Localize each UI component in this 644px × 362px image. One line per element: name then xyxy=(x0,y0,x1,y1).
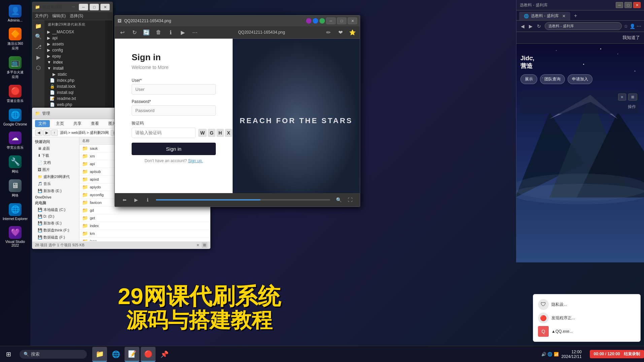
right-win-minimize[interactable]: ─ xyxy=(616,2,623,8)
vscode-folder-static[interactable]: ▶ static xyxy=(44,71,105,77)
file-sidebar-download[interactable]: ⬇ 下载 xyxy=(32,152,79,159)
nav-join-btn[interactable]: 申请加入 xyxy=(568,74,592,84)
file-nav-up[interactable]: ↑ xyxy=(51,130,58,136)
vscode-file-installlock[interactable]: 🔒 install.lock xyxy=(44,83,105,89)
vscode-minimize-btn[interactable]: ─ xyxy=(79,4,88,10)
vscode-folder-config[interactable]: ▶ config xyxy=(44,47,105,53)
vscode-folder-api[interactable]: ▶ api xyxy=(44,35,105,41)
file-item-logo[interactable]: 📁logo xyxy=(79,238,210,241)
iv-share-btn[interactable]: ✏ xyxy=(324,28,333,37)
iv-info-btn[interactable]: ℹ xyxy=(166,28,175,37)
desktop-icon-cloud[interactable]: ☁ 带宽云音乐 xyxy=(1,130,29,152)
iv-slideshow-btn[interactable]: ▶ xyxy=(178,28,188,37)
right-tab-active[interactable]: 🌐 选教料 - 盛利库 ✕ xyxy=(519,12,570,20)
file-tab-file[interactable]: 文件 xyxy=(35,120,50,127)
desktop-icon-ie[interactable]: 🌐 Internet Explorer xyxy=(1,201,29,223)
vscode-file-webphp[interactable]: 📄 web.php xyxy=(44,102,105,108)
image-viewer-maximize[interactable]: □ xyxy=(337,17,346,24)
nav-team-btn[interactable]: 团队查询 xyxy=(540,74,565,84)
taskbar-app-notepad[interactable]: 📝 xyxy=(125,347,139,362)
vscode-menu-file[interactable]: 文件(F) xyxy=(35,13,48,19)
vscode-file-installsql[interactable]: 📄 install.sql xyxy=(44,89,105,96)
user-input[interactable] xyxy=(132,84,216,95)
right-nav-back[interactable]: ◀ xyxy=(519,23,526,30)
file-sidebar-f2[interactable]: 💾 数据磁盘 (F:) xyxy=(32,234,79,241)
desktop-icon-chrome[interactable]: 🌐 Google Chrome xyxy=(1,107,29,128)
right-address-bar[interactable]: 选教料 - 盛利库 xyxy=(545,22,622,30)
vscode-menu-select[interactable]: 选择(S) xyxy=(70,13,83,19)
vscode-act-debug[interactable]: ▶ xyxy=(36,54,40,61)
file-view-grid[interactable]: ⊞ xyxy=(202,242,207,248)
sign-up-link[interactable]: Sign up. xyxy=(188,158,203,163)
iv-bottom-info[interactable]: ℹ xyxy=(143,195,152,204)
vscode-folder-epay[interactable]: ▶ epay xyxy=(44,53,105,59)
sign-in-button[interactable]: Sign in xyxy=(132,143,216,155)
nav-item-notice[interactable]: 我知道了 xyxy=(622,35,640,41)
taskbar-app-fileexplorer[interactable]: 📁 xyxy=(92,347,107,362)
vscode-folder-index[interactable]: ▼ index xyxy=(44,59,105,65)
vscode-act-git[interactable]: ⎇ xyxy=(35,44,41,50)
table-list-view[interactable]: ≡ xyxy=(618,94,626,101)
file-sidebar-music[interactable]: 🎵 音乐 xyxy=(32,180,79,187)
file-tab-share[interactable]: 共享 xyxy=(70,120,85,127)
vscode-folder-assets[interactable]: ▶ assets xyxy=(44,41,105,47)
taskbar-app-extra1[interactable]: 🔴 xyxy=(141,347,156,362)
iv-back-btn[interactable]: ↩ xyxy=(117,28,127,37)
desktop-icon-network[interactable]: 🖥 网络 xyxy=(1,177,29,200)
file-sidebar-desktop[interactable]: 🖥 桌面 xyxy=(32,145,79,152)
file-sidebar-e2[interactable]: 💾 新加卷 (E:) xyxy=(32,220,79,227)
file-item-gd[interactable]: 📁gd xyxy=(79,207,210,214)
desktop-icon-admin[interactable]: 👤 Adminis... xyxy=(1,3,29,24)
file-item-km[interactable]: 📁km xyxy=(79,230,210,238)
desktop-icon-tools[interactable]: 🔧 网站 xyxy=(1,153,29,176)
vscode-file-indexphp[interactable]: 📄 index.php xyxy=(44,77,105,83)
desktop-icon-multi[interactable]: 📺 多平台火速应用 xyxy=(1,54,29,81)
iv-green-btn[interactable] xyxy=(319,18,325,24)
file-sidebar-c[interactable]: 💾 本地磁盘 (C:) xyxy=(32,206,79,213)
vscode-folder-install[interactable]: ▼ install xyxy=(44,65,105,71)
file-tab-view[interactable]: 查看 xyxy=(88,120,102,127)
video-counter-display[interactable]: 00:00 / 120:00 结束录制 xyxy=(590,350,644,358)
iv-fullscreen[interactable]: ⛶ xyxy=(346,195,354,204)
vscode-menu-edit[interactable]: 编辑(E) xyxy=(52,13,66,19)
taskbar-app-extra2[interactable]: 📌 xyxy=(157,347,172,362)
iv-blue-btn[interactable] xyxy=(313,18,318,24)
iv-star-btn[interactable]: ⭐ xyxy=(348,28,357,37)
video-stop-btn[interactable]: 结束录制 xyxy=(624,352,640,356)
right-settings-icon[interactable]: ⋯ xyxy=(637,24,641,29)
vscode-act-ext[interactable]: ⬡ xyxy=(36,65,41,71)
notif-item-qq[interactable]: Q ▲QQ.exe... xyxy=(538,325,636,338)
iv-delete-btn[interactable]: 🗑 xyxy=(154,28,163,37)
desktop-icon-vs[interactable]: 💜 Visual Studio 2022 xyxy=(1,224,29,249)
file-nav-back[interactable]: ◀ xyxy=(35,130,42,136)
image-viewer-minimize[interactable]: ─ xyxy=(326,17,336,24)
vscode-file-readme[interactable]: 📝 readme.txt xyxy=(44,96,105,102)
iv-bottom-prev[interactable]: ⬅ xyxy=(120,195,129,204)
vscode-maximize-btn[interactable]: □ xyxy=(90,4,99,10)
desktop-icon-red[interactable]: 🔴 雷速云音乐 xyxy=(1,83,29,105)
file-sidebar-docs[interactable]: 📄 文档 xyxy=(32,159,79,166)
nav-show-btn[interactable]: 展示 xyxy=(520,74,537,84)
iv-purple-btn[interactable] xyxy=(306,18,311,24)
image-viewer-close[interactable]: ✕ xyxy=(348,17,357,24)
file-sidebar-project[interactable]: 📁 盛利删29网课代 xyxy=(32,173,79,180)
iv-bottom-play[interactable]: ▶ xyxy=(132,195,140,204)
file-sidebar-d[interactable]: 💾 D: (D:) xyxy=(32,213,79,220)
vscode-act-search[interactable]: 🔍 xyxy=(35,33,42,40)
desktop-icon-360[interactable]: 🔶 激活云360应用 xyxy=(1,26,29,53)
vscode-close-btn[interactable]: ✕ xyxy=(100,4,110,10)
iv-heart-btn[interactable]: ❤ xyxy=(336,28,345,37)
vscode-folder-macosx[interactable]: ▶ __MACOSX xyxy=(44,29,105,35)
file-tab-main[interactable]: 主页 xyxy=(53,120,67,127)
iv-zoom-in[interactable]: 🔍 xyxy=(334,195,343,204)
file-sidebar-pics[interactable]: 🖼 图片 xyxy=(32,166,79,173)
file-item-get[interactable]: 📁get xyxy=(79,214,210,222)
file-nav-forward[interactable]: ▶ xyxy=(43,130,50,136)
taskbar-start-btn[interactable]: ⊞ xyxy=(0,346,17,362)
captcha-input[interactable] xyxy=(132,128,196,138)
right-tab-close[interactable]: ✕ xyxy=(562,14,566,19)
vscode-act-explorer[interactable]: 📁 xyxy=(35,23,42,29)
right-win-close[interactable]: ✕ xyxy=(633,2,641,8)
right-nav-refresh[interactable]: ↻ xyxy=(535,23,543,30)
file-item-index[interactable]: 📁index xyxy=(79,222,210,230)
